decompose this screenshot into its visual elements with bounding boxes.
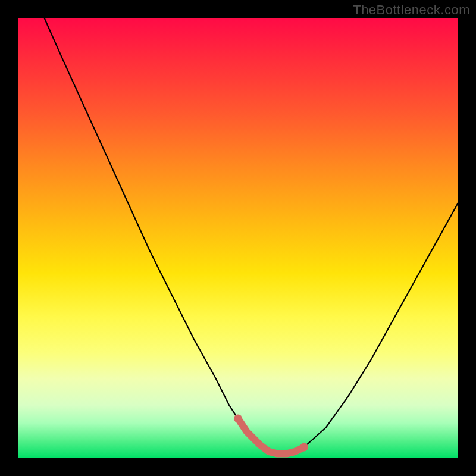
watermark-text: TheBottleneck.com [353,2,470,18]
plot-area [18,18,458,458]
optimal-range-start-dot [234,414,242,422]
optimal-range-end-dot [300,443,308,452]
chart-svg [18,18,458,458]
optimal-range-highlight [238,418,304,453]
chart-frame: TheBottleneck.com [0,0,476,476]
bottleneck-curve [44,18,458,454]
